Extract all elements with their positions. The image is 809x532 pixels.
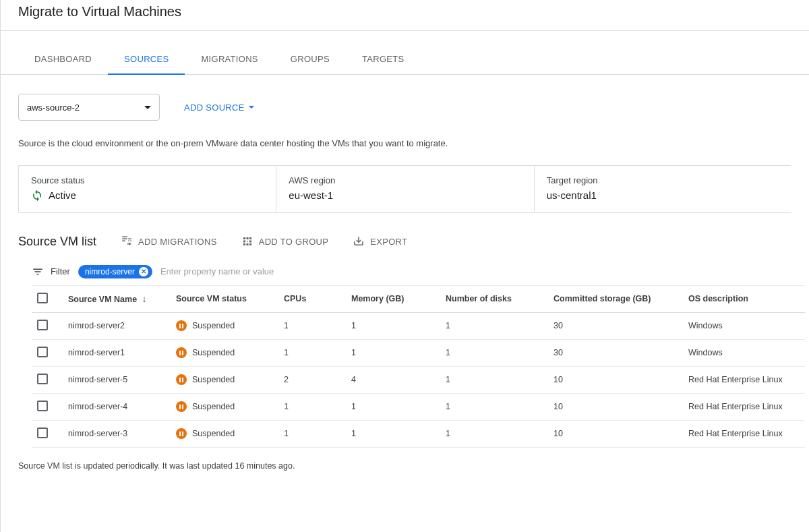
cell-disks: 1 (440, 420, 548, 447)
cell-cpus: 2 (278, 366, 346, 393)
export-button[interactable]: EXPORT (353, 235, 407, 247)
cell-status: Suspended (176, 320, 273, 331)
cell-status: Suspended (176, 347, 273, 358)
cell-name: nimrod-server-4 (63, 393, 171, 420)
target-region-value: us-central1 (547, 189, 779, 201)
col-status-header[interactable]: Source VM status (171, 285, 278, 312)
col-storage-header[interactable]: Committed storage (GB) (548, 285, 683, 312)
tab-targets[interactable]: TARGETS (346, 46, 421, 74)
tab-migrations[interactable]: MIGRATIONS (185, 46, 274, 74)
aws-region-value: eu-west-1 (289, 189, 521, 201)
add-migrations-icon (121, 235, 133, 247)
cell-storage: 30 (548, 339, 683, 366)
source-description: Source is the cloud environment or the o… (18, 137, 504, 150)
cell-name: nimrod-server1 (63, 339, 171, 366)
cell-cpus: 1 (278, 312, 346, 339)
cell-memory: 1 (346, 393, 440, 420)
status-panel: Source status Active AWS region eu-west-… (18, 165, 791, 213)
cell-name: nimrod-server-3 (63, 420, 171, 447)
row-checkbox[interactable] (37, 320, 48, 330)
cell-disks: 1 (440, 339, 548, 366)
active-status-icon (31, 189, 43, 202)
add-to-group-label: ADD TO GROUP (259, 237, 329, 247)
cell-name: nimrod-server2 (63, 312, 171, 339)
col-disks-header[interactable]: Number of disks (440, 285, 548, 312)
export-label: EXPORT (370, 237, 407, 247)
filter-label-text: Filter (51, 266, 70, 276)
footer-note: Source VM list is updated periodically. … (18, 461, 791, 471)
row-checkbox[interactable] (37, 427, 48, 438)
row-checkbox[interactable] (37, 347, 48, 357)
vm-table: Source VM Name ↓ Source VM status CPUs M… (32, 285, 805, 448)
source-select-value: aws-source-2 (27, 102, 80, 113)
cell-name: nimrod-server-5 (63, 366, 171, 393)
export-icon (353, 235, 365, 247)
cell-memory: 1 (346, 420, 440, 447)
cell-storage: 10 (548, 393, 683, 420)
close-icon[interactable]: ✕ (139, 267, 148, 276)
pause-icon (176, 374, 187, 385)
pause-icon (176, 347, 187, 358)
tab-dashboard[interactable]: DASHBOARD (18, 46, 108, 74)
row-checkbox[interactable] (37, 374, 48, 384)
filter-chip[interactable]: nimrod-server ✕ (78, 265, 152, 278)
cell-storage: 10 (548, 420, 683, 447)
table-row: nimrod-server2Suspended11130Windows (32, 312, 805, 339)
pause-icon (176, 401, 187, 412)
tab-sources[interactable]: SOURCES (108, 46, 185, 75)
cell-status: Suspended (176, 374, 273, 385)
add-to-group-button[interactable]: ADD TO GROUP (241, 235, 329, 247)
filter-icon (32, 266, 44, 278)
col-cpus-header[interactable]: CPUs (278, 285, 346, 312)
cell-os: Red Hat Enterprise Linux (683, 420, 805, 447)
target-region-label: Target region (547, 175, 779, 185)
divider (1, 30, 809, 31)
section-title: Source VM list (18, 235, 96, 249)
cell-cpus: 1 (278, 420, 346, 447)
cell-memory: 1 (346, 339, 440, 366)
aws-region-label: AWS region (289, 175, 521, 185)
cell-os: Red Hat Enterprise Linux (683, 366, 805, 393)
cell-os: Windows (683, 339, 805, 366)
filter-input[interactable] (160, 266, 336, 276)
table-row: nimrod-server1Suspended11130Windows (32, 339, 805, 366)
source-status-label: Source status (31, 175, 264, 185)
cell-disks: 1 (440, 366, 548, 393)
col-memory-header[interactable]: Memory (GB) (346, 285, 440, 312)
add-migrations-label: ADD MIGRATIONS (138, 237, 217, 247)
col-os-header[interactable]: OS description (683, 285, 805, 312)
select-all-checkbox[interactable] (37, 293, 48, 303)
cell-disks: 1 (440, 393, 548, 420)
table-row: nimrod-server-5Suspended24110Red Hat Ent… (32, 366, 805, 393)
add-migrations-button[interactable]: ADD MIGRATIONS (121, 235, 217, 247)
page-title: Migrate to Virtual Machines (1, 0, 809, 30)
cell-cpus: 1 (278, 393, 346, 420)
filter-row: Filter nimrod-server ✕ (18, 265, 791, 278)
tabs: DASHBOARDSOURCESMIGRATIONSGROUPSTARGETS (1, 46, 809, 75)
cell-status: Suspended (176, 401, 273, 412)
table-row: nimrod-server-3Suspended11110Red Hat Ent… (32, 420, 805, 447)
source-status-value: Active (49, 189, 76, 201)
sort-down-icon: ↓ (142, 293, 147, 304)
filter-chip-text: nimrod-server (85, 267, 135, 276)
row-checkbox[interactable] (37, 401, 48, 411)
cell-storage: 30 (548, 312, 683, 339)
table-row: nimrod-server-4Suspended11110Red Hat Ent… (32, 393, 805, 420)
add-source-button[interactable]: ADD SOURCE (184, 102, 254, 113)
pause-icon (176, 320, 187, 331)
col-name-header[interactable]: Source VM Name (68, 295, 137, 304)
cell-memory: 1 (346, 312, 440, 339)
cell-status: Suspended (176, 428, 273, 439)
chevron-down-icon (249, 106, 254, 109)
cell-cpus: 1 (278, 339, 346, 366)
add-to-group-icon (241, 235, 253, 247)
cell-disks: 1 (440, 312, 548, 339)
cell-storage: 10 (548, 366, 683, 393)
cell-memory: 4 (346, 366, 440, 393)
cell-os: Windows (683, 312, 805, 339)
add-source-label: ADD SOURCE (184, 102, 245, 113)
source-select[interactable]: aws-source-2 (18, 94, 160, 121)
chevron-down-icon (144, 106, 151, 109)
tab-groups[interactable]: GROUPS (274, 46, 346, 74)
cell-os: Red Hat Enterprise Linux (683, 393, 805, 420)
